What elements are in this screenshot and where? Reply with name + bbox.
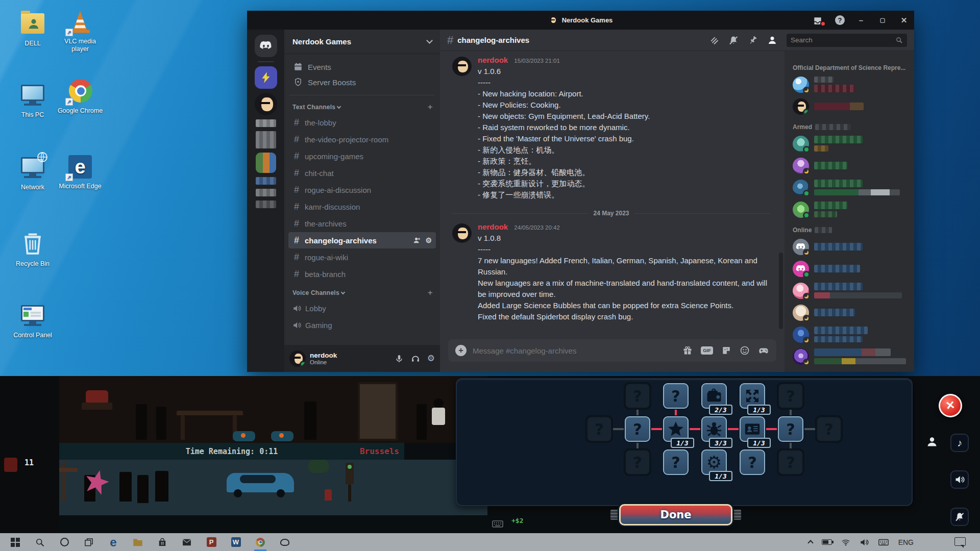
- user-avatar[interactable]: [289, 350, 306, 367]
- taskbar-word-icon[interactable]: W: [224, 533, 248, 551]
- channel-settings-gear-icon[interactable]: ⚙: [425, 236, 432, 244]
- member-row[interactable]: [793, 280, 910, 302]
- desktop-icon-chrome[interactable]: ↗ Google Chrome: [57, 78, 104, 115]
- server-icon-blurred[interactable]: [256, 201, 276, 208]
- channel-rogue-ai-discussion[interactable]: #rogue-ai-discussion: [288, 182, 436, 198]
- start-button[interactable]: [3, 533, 28, 551]
- server-icon-blurred[interactable]: [256, 189, 276, 196]
- search-box[interactable]: [787, 34, 907, 47]
- message-author[interactable]: nerdook: [478, 56, 508, 64]
- desktop-icon-edge[interactable]: e ↗ Microsoft Edge: [57, 153, 104, 190]
- taskbar-store-icon[interactable]: [150, 533, 175, 551]
- user-info[interactable]: nerdook Online: [310, 352, 337, 365]
- tray-expand-icon[interactable]: [807, 540, 813, 545]
- task-view-button[interactable]: [77, 533, 101, 551]
- message-avatar[interactable]: [452, 223, 472, 243]
- member-row[interactable]: [793, 198, 910, 220]
- skill-node-unknown[interactable]: ?: [816, 416, 842, 442]
- taskbar-powerpoint-icon[interactable]: P: [199, 533, 224, 551]
- skill-node-unknown[interactable]: ?: [778, 449, 803, 475]
- taskbar-search-button[interactable]: [28, 533, 52, 551]
- gamepad-icon[interactable]: [758, 345, 769, 356]
- member-row[interactable]: [793, 323, 910, 345]
- game-side-tab[interactable]: [4, 458, 17, 472]
- member-row[interactable]: [793, 133, 910, 155]
- skill-node-unknown[interactable]: ?: [778, 383, 803, 409]
- notifications-mute-button[interactable]: [950, 508, 969, 526]
- gift-icon[interactable]: [682, 345, 693, 356]
- server-icon-blurred[interactable]: [256, 119, 276, 127]
- channel-chit-chat[interactable]: #chit-chat: [288, 165, 436, 181]
- server-icon-blurred[interactable]: [256, 153, 276, 173]
- threads-icon[interactable]: [709, 35, 719, 45]
- discord-home-button[interactable]: [255, 35, 277, 57]
- desktop-icon-vlc[interactable]: ↗ VLC media player: [57, 8, 104, 53]
- desktop-icon-network[interactable]: Network: [9, 154, 56, 191]
- mic-icon[interactable]: [395, 354, 404, 363]
- channel-kamr-discussion[interactable]: #kamr-discussion: [288, 198, 436, 215]
- channel-the-lobby[interactable]: #the-lobby: [288, 114, 436, 131]
- desktop-icon-control-panel[interactable]: Control Panel: [9, 302, 56, 339]
- member-row[interactable]: [793, 236, 910, 258]
- member-row[interactable]: [793, 95, 910, 117]
- close-button[interactable]: ✕: [899, 11, 909, 30]
- message-author[interactable]: nerdook: [478, 222, 508, 231]
- taskbar-paint-icon[interactable]: [273, 533, 297, 551]
- channel-changelog-archives[interactable]: # changelog-archives ⚙: [288, 232, 436, 248]
- server-icon-nerdook[interactable]: [255, 93, 277, 115]
- pinned-messages-icon[interactable]: [748, 35, 758, 45]
- sidebar-item-events[interactable]: Events: [288, 59, 436, 74]
- voice-channel-lobby[interactable]: Lobby: [288, 300, 436, 316]
- headphones-icon[interactable]: [411, 354, 420, 363]
- done-button[interactable]: Done: [619, 504, 732, 525]
- message-composer[interactable]: + GIF: [448, 339, 776, 362]
- server-header[interactable]: Nerdook Games: [284, 30, 440, 54]
- text-channels-header[interactable]: Text Channels +: [288, 101, 436, 114]
- skill-node-unknown[interactable]: ?: [663, 449, 689, 475]
- attach-plus-icon[interactable]: +: [455, 345, 467, 356]
- add-channel-icon[interactable]: +: [428, 102, 433, 112]
- taskbar-edge-icon[interactable]: e: [101, 533, 126, 551]
- skill-node-unknown[interactable]: ?: [625, 416, 650, 442]
- server-icon-lightning[interactable]: [255, 66, 277, 89]
- taskbar-file-explorer-icon[interactable]: [126, 533, 150, 551]
- member-list-icon[interactable]: [767, 35, 777, 45]
- settings-gear-icon[interactable]: ⚙: [427, 353, 435, 364]
- message-input[interactable]: [473, 346, 676, 355]
- skill-node-unknown[interactable]: ?: [586, 416, 612, 442]
- inbox-icon[interactable]: [813, 16, 824, 25]
- member-row[interactable]: [793, 73, 910, 95]
- music-toggle-button[interactable]: ♪: [950, 434, 969, 452]
- notifications-muted-icon[interactable]: [728, 35, 739, 45]
- wifi-icon[interactable]: [841, 538, 850, 547]
- action-center-icon[interactable]: [954, 537, 966, 546]
- emoji-icon[interactable]: [740, 345, 750, 356]
- server-icon-blurred[interactable]: [256, 131, 276, 148]
- skill-node-unknown[interactable]: ?: [625, 383, 650, 409]
- sound-toggle-button[interactable]: [950, 470, 969, 489]
- gif-picker-icon[interactable]: GIF: [701, 346, 713, 355]
- close-modal-button[interactable]: ✕: [937, 392, 964, 419]
- channel-the-video-projector-room[interactable]: #the-video-projector-room: [288, 131, 436, 147]
- cortana-button[interactable]: [52, 533, 77, 551]
- member-row[interactable]: [793, 258, 910, 280]
- skill-node-unknown[interactable]: ?: [778, 416, 803, 442]
- desktop-icon-dell[interactable]: DELL: [9, 10, 56, 47]
- search-input[interactable]: [791, 36, 895, 44]
- desktop-icon-this-pc[interactable]: This PC: [9, 82, 56, 119]
- voice-channel-gaming[interactable]: Gaming: [288, 317, 436, 333]
- skill-node-unknown[interactable]: ?: [625, 449, 650, 475]
- add-channel-icon[interactable]: +: [428, 288, 433, 298]
- channel-the-archives[interactable]: #the-archives: [288, 215, 436, 232]
- language-indicator[interactable]: ENG: [898, 538, 914, 546]
- volume-icon[interactable]: [860, 538, 869, 547]
- channel-rogue-ai-wiki[interactable]: #rogue-ai-wiki: [288, 249, 436, 265]
- member-row[interactable]: [793, 345, 910, 367]
- member-row[interactable]: [793, 177, 910, 198]
- channel-beta-branch[interactable]: #beta-branch: [288, 266, 436, 282]
- sticker-icon[interactable]: [721, 345, 731, 356]
- taskbar-chrome-icon[interactable]: [248, 533, 273, 551]
- touch-keyboard-icon[interactable]: [878, 537, 889, 548]
- sidebar-item-server-boosts[interactable]: Server Boosts: [288, 74, 436, 90]
- invite-people-icon[interactable]: [413, 236, 421, 244]
